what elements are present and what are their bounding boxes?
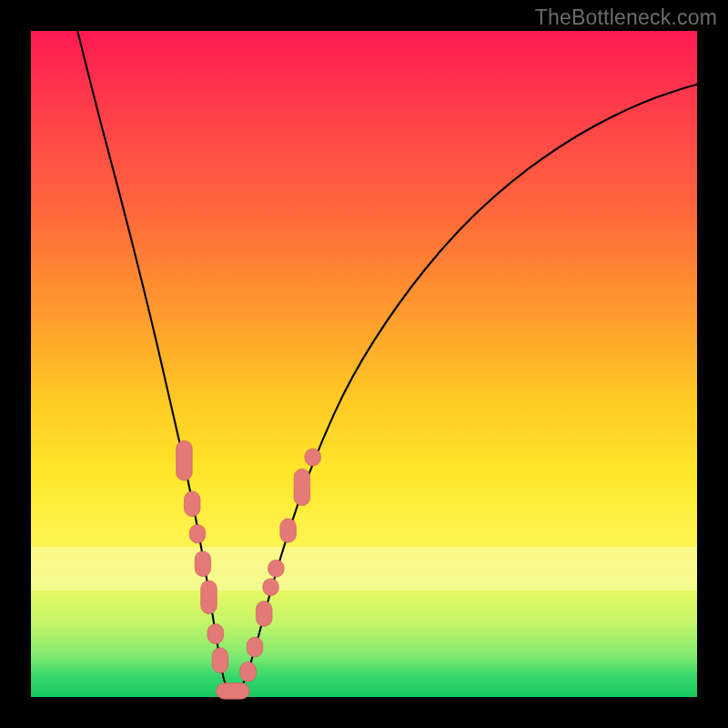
marker <box>189 524 206 543</box>
marker <box>263 579 279 596</box>
marker <box>240 662 257 682</box>
marker <box>294 469 310 505</box>
chart-frame: TheBottleneck.com <box>0 0 728 728</box>
sample-markers <box>177 440 321 699</box>
marker <box>184 491 200 517</box>
marker <box>207 624 224 644</box>
marker <box>268 560 285 577</box>
marker <box>305 449 321 466</box>
bottleneck-curve <box>77 31 697 692</box>
watermark-text: TheBottleneck.com <box>535 5 717 30</box>
marker <box>177 440 193 480</box>
marker <box>217 683 250 700</box>
marker <box>280 519 297 542</box>
plot-area <box>31 31 697 697</box>
marker <box>195 551 211 577</box>
marker <box>212 648 228 673</box>
marker <box>256 602 272 627</box>
marker <box>247 637 263 657</box>
marker <box>201 581 217 614</box>
chart-svg <box>31 31 697 697</box>
